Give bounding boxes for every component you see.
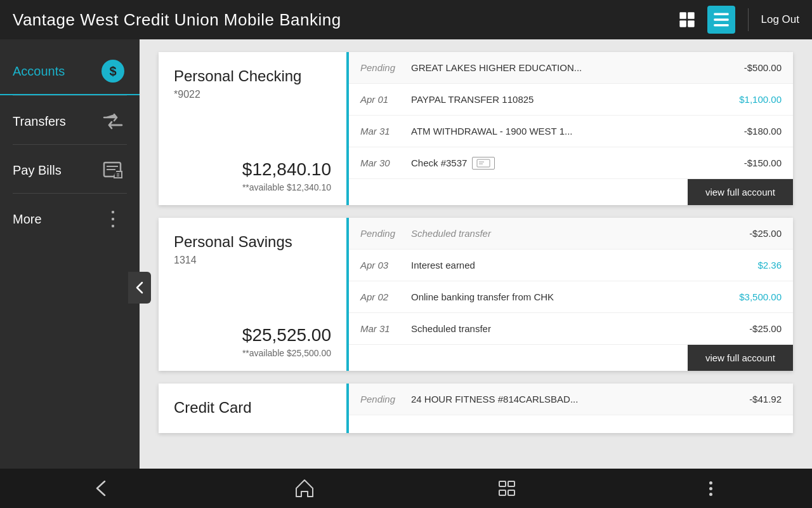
table-row: Mar 31 Scheduled transfer -$25.00 bbox=[349, 313, 793, 345]
logout-button[interactable]: Log Out bbox=[761, 13, 800, 26]
svg-rect-17 bbox=[477, 159, 490, 167]
checking-account-balance: $12,840.10 bbox=[174, 159, 331, 180]
tx-amount: $3,500.00 bbox=[724, 291, 782, 302]
tx-date: Mar 31 bbox=[360, 323, 411, 334]
check-image-icon[interactable] bbox=[472, 157, 495, 170]
tx-date: Mar 31 bbox=[360, 126, 411, 137]
svg-rect-15 bbox=[112, 218, 114, 220]
svg-rect-20 bbox=[499, 481, 506, 486]
sidebar-item-more[interactable]: More bbox=[0, 194, 140, 242]
tx-date: Apr 03 bbox=[360, 260, 411, 271]
savings-account-available: **available $25,500.00 bbox=[174, 348, 331, 358]
back-button[interactable] bbox=[76, 472, 127, 504]
grid-view-button[interactable] bbox=[673, 6, 701, 34]
tx-date: Pending bbox=[360, 62, 411, 73]
svg-rect-2 bbox=[679, 20, 686, 27]
tx-desc: 24 HOUR FITNESS #814CARLSBAD... bbox=[411, 394, 724, 404]
home-icon bbox=[294, 478, 315, 499]
account-row-savings: Personal Savings 1314 $25,525.00 **avail… bbox=[159, 218, 793, 371]
table-row: Mar 31 ATM WITHDRAWAL - 1900 WEST 1... -… bbox=[349, 116, 793, 147]
tx-date: Mar 30 bbox=[360, 157, 411, 168]
list-view-button[interactable] bbox=[707, 6, 735, 34]
accounts-content: Personal Checking *9022 $12,840.10 **ava… bbox=[140, 39, 812, 469]
tx-amount: -$150.00 bbox=[724, 157, 782, 168]
account-summary-credit[interactable]: Credit Card bbox=[159, 384, 349, 433]
sidebar-item-transfers[interactable]: Transfers bbox=[0, 96, 140, 144]
checking-account-name: Personal Checking bbox=[174, 67, 331, 85]
svg-rect-14 bbox=[112, 211, 114, 213]
tx-date: Pending bbox=[360, 394, 411, 404]
view-full-checking-button[interactable]: view full account bbox=[688, 179, 793, 205]
svg-rect-3 bbox=[688, 20, 695, 27]
more-menu-button[interactable] bbox=[685, 472, 736, 504]
svg-rect-0 bbox=[679, 12, 686, 18]
sidebar-collapse-button[interactable] bbox=[128, 272, 151, 304]
tx-date: Pending bbox=[360, 228, 411, 239]
tx-desc: Scheduled transfer bbox=[411, 323, 724, 334]
recents-button[interactable] bbox=[482, 472, 533, 504]
view-full-savings: view full account bbox=[349, 345, 793, 371]
accounts-icon: $ bbox=[99, 57, 127, 85]
tx-amount: $2.36 bbox=[724, 260, 782, 271]
svg-rect-22 bbox=[499, 490, 506, 495]
topbar-divider bbox=[748, 8, 749, 31]
bottom-navbar bbox=[0, 469, 812, 508]
main-layout: Accounts $ Transfers bbox=[0, 39, 812, 469]
menu-dots-icon bbox=[709, 481, 712, 496]
table-row: Apr 01 PAYPAL TRANSFER 110825 $1,100.00 bbox=[349, 84, 793, 116]
svg-rect-16 bbox=[112, 225, 114, 227]
savings-account-number: 1314 bbox=[174, 255, 331, 266]
svg-rect-5 bbox=[714, 18, 728, 21]
tx-amount: -$500.00 bbox=[724, 62, 782, 73]
savings-transactions: Pending Scheduled transfer -$25.00 Apr 0… bbox=[349, 218, 793, 371]
tx-amount: -$25.00 bbox=[724, 228, 782, 239]
view-full-checking: view full account bbox=[349, 179, 793, 205]
tx-desc: Interest earned bbox=[411, 260, 724, 271]
checking-account-available: **available $12,340.10 bbox=[174, 182, 331, 192]
sidebar: Accounts $ Transfers bbox=[0, 39, 140, 469]
tx-amount: -$180.00 bbox=[724, 126, 782, 137]
svg-rect-21 bbox=[508, 481, 514, 486]
view-full-savings-button[interactable]: view full account bbox=[688, 345, 793, 371]
svg-rect-4 bbox=[714, 13, 728, 16]
account-row-credit: Credit Card Pending 24 HOUR FITNESS #814… bbox=[159, 384, 793, 433]
savings-account-name: Personal Savings bbox=[174, 233, 331, 251]
paybills-icon bbox=[99, 156, 127, 184]
savings-account-balance: $25,525.00 bbox=[174, 325, 331, 345]
tx-desc: GREAT LAKES HIGHER EDUCATION... bbox=[411, 62, 724, 73]
svg-rect-1 bbox=[688, 12, 695, 18]
tx-desc: ATM WITHDRAWAL - 1900 WEST 1... bbox=[411, 126, 724, 137]
tx-desc: Scheduled transfer bbox=[411, 228, 724, 239]
tx-desc: PAYPAL TRANSFER 110825 bbox=[411, 94, 724, 105]
account-summary-savings[interactable]: Personal Savings 1314 $25,525.00 **avail… bbox=[159, 218, 349, 371]
list-icon bbox=[712, 11, 730, 29]
topbar: Vantage West Credit Union Mobile Banking… bbox=[0, 0, 812, 39]
checking-transactions: Pending GREAT LAKES HIGHER EDUCATION... … bbox=[349, 52, 793, 205]
home-button[interactable] bbox=[279, 472, 330, 504]
table-row: Mar 30 Check #3537 -$150.00 bbox=[349, 147, 793, 179]
credit-account-name: Credit Card bbox=[174, 399, 331, 417]
tx-date: Apr 02 bbox=[360, 291, 411, 302]
tx-desc: Check #3537 bbox=[411, 157, 724, 170]
tx-amount: -$41.92 bbox=[724, 394, 782, 404]
topbar-actions: Log Out bbox=[673, 6, 800, 34]
checking-account-number: *9022 bbox=[174, 89, 331, 100]
table-row: Apr 02 Online banking transfer from CHK … bbox=[349, 281, 793, 313]
credit-transactions: Pending 24 HOUR FITNESS #814CARLSBAD... … bbox=[349, 384, 793, 433]
back-arrow-icon bbox=[91, 478, 112, 499]
tx-amount: $1,100.00 bbox=[724, 94, 782, 105]
account-summary-checking[interactable]: Personal Checking *9022 $12,840.10 **ava… bbox=[159, 52, 349, 205]
svg-rect-23 bbox=[508, 490, 514, 495]
svg-rect-6 bbox=[714, 24, 728, 27]
more-icon bbox=[99, 205, 127, 233]
app-title: Vantage West Credit Union Mobile Banking bbox=[13, 10, 341, 30]
table-row: Pending GREAT LAKES HIGHER EDUCATION... … bbox=[349, 52, 793, 84]
account-row-checking: Personal Checking *9022 $12,840.10 **ava… bbox=[159, 52, 793, 205]
table-row: Pending 24 HOUR FITNESS #814CARLSBAD... … bbox=[349, 384, 793, 415]
chevron-left-icon bbox=[134, 281, 145, 294]
sidebar-item-accounts[interactable]: Accounts $ bbox=[0, 46, 140, 95]
svg-text:$: $ bbox=[109, 64, 116, 78]
tx-date: Apr 01 bbox=[360, 94, 411, 105]
recents-icon bbox=[497, 478, 518, 499]
sidebar-item-paybills[interactable]: Pay Bills bbox=[0, 145, 140, 193]
